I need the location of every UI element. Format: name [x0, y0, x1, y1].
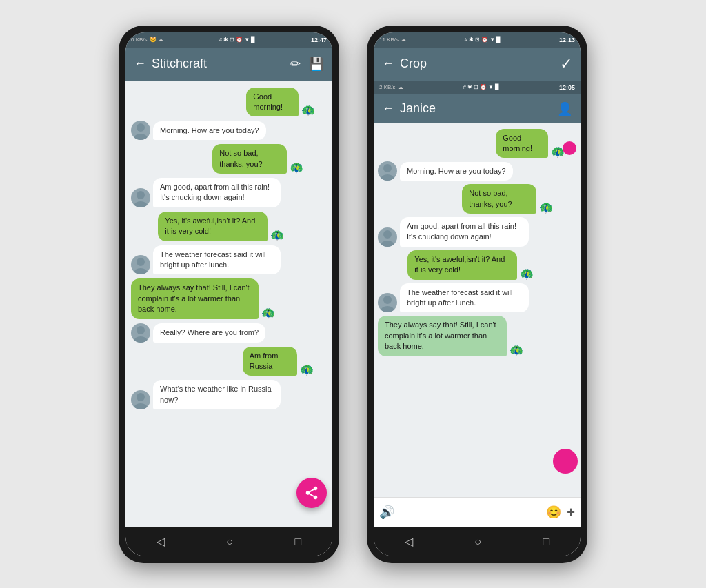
bubble: Not so bad, thanks, you? — [212, 144, 287, 174]
svg-point-5 — [134, 268, 148, 274]
recents-nav-1[interactable]: □ — [295, 536, 302, 548]
input-bar: 🔊 😊 + — [374, 497, 581, 527]
edit-button-1[interactable]: ✏ — [290, 57, 301, 72]
inner-contact-icon[interactable]: 👤 — [557, 101, 572, 116]
back-button-crop[interactable]: ← — [382, 57, 394, 71]
home-nav-2[interactable]: ○ — [474, 536, 481, 548]
back-button-1[interactable]: ← — [134, 57, 146, 71]
save-button-1[interactable]: 💾 — [309, 57, 324, 72]
crop-indicator-bottom — [553, 449, 578, 474]
svg-line-13 — [310, 494, 314, 496]
inner-app-title: Janice — [400, 101, 557, 116]
emoji-icon[interactable]: 😊 — [546, 505, 561, 520]
svg-point-0 — [137, 123, 145, 132]
bubble-selected: They always say that! Still, I can't com… — [378, 316, 507, 356]
bubble: Am good, apart from all this rain! It's … — [153, 178, 281, 207]
chat-area-1: Good morning! 🦚 Morning. How are you tod… — [125, 81, 332, 527]
msg-row: The weather forecast said it will bright… — [131, 245, 327, 275]
phone-2-screen: 11 KB/s ☁ # ✱ ⊡ ⏰ ▼ ▉ 12:13 ← Crop — [374, 32, 581, 556]
avatar — [131, 255, 150, 274]
voice-icon[interactable]: 🔊 — [379, 505, 394, 520]
svg-point-7 — [134, 336, 148, 343]
status-icons-center-2: # ✱ ⊡ ⏰ ▼ ▉ — [465, 37, 501, 43]
bubble: The weather forecast said it will bright… — [400, 283, 529, 313]
svg-line-14 — [310, 489, 314, 491]
phone-1-screen: 0 KB/s 🐱 ☁ # ✱ ⊡ ⏰ ▼ ▉ 12:47 ← Stitch — [125, 32, 332, 556]
svg-point-15 — [383, 164, 392, 172]
svg-point-17 — [383, 230, 392, 239]
bubble: Really? Where are you from? — [153, 323, 265, 342]
msg-row: Yes, it's aweful,isn't it? And it is ver… — [131, 212, 327, 241]
avatar — [131, 323, 150, 343]
phone-1: 0 KB/s 🐱 ☁ # ✱ ⊡ ⏰ ▼ ▉ 12:47 ← Stitch — [119, 26, 339, 563]
bubble: The weather forecast said it will bright… — [153, 245, 281, 275]
bubble: Am from Russia — [243, 347, 297, 376]
scene: 0 KB/s 🐱 ☁ # ✱ ⊡ ⏰ ▼ ▉ 12:47 ← Stitch — [0, 0, 706, 588]
avatar — [131, 390, 150, 409]
svg-point-11 — [306, 491, 310, 495]
home-nav-1[interactable]: ○ — [226, 536, 233, 548]
status-bar-2: 11 KB/s ☁ # ✱ ⊡ ⏰ ▼ ▉ 12:13 — [374, 32, 581, 48]
check-button-crop[interactable]: ✓ — [560, 55, 572, 73]
status-left-1: 0 KB/s 🐱 ☁ — [131, 37, 163, 43]
bubble: Am good, apart from all this rain! It's … — [400, 217, 529, 247]
app-title-1: Stitchcraft — [152, 57, 290, 71]
share-fab[interactable] — [296, 478, 327, 508]
emoji: 🦚 — [261, 308, 275, 319]
app-bar-actions-crop: ✓ — [560, 55, 572, 73]
bubble: Morning. How are you today? — [153, 121, 266, 140]
avatar — [131, 121, 150, 140]
back-nav-2[interactable]: ◁ — [405, 535, 413, 548]
svg-point-4 — [137, 258, 145, 266]
svg-point-19 — [383, 296, 392, 304]
emoji: 🦚 — [510, 345, 523, 356]
status-time-2: 12:13 — [559, 37, 575, 43]
msg-row: Not so bad, thanks, you? 🦚 — [378, 184, 576, 214]
recents-nav-2[interactable]: □ — [543, 536, 550, 548]
status-time-1: 12:47 — [311, 37, 327, 43]
bubble: What's the weather like in Russia now? — [153, 380, 281, 409]
msg-row: Morning. How are you today? — [378, 161, 576, 181]
avatar — [131, 188, 150, 207]
emoji: 🦚 — [539, 203, 553, 214]
app-title-crop: Crop — [400, 57, 560, 71]
emoji: 🦚 — [301, 105, 315, 116]
msg-row: Not so bad, thanks, you? 🦚 — [131, 144, 327, 174]
bubble: Not so bad, thanks, you? — [462, 184, 536, 214]
bubble: Good morning! — [246, 88, 299, 117]
msg-row: What's the weather like in Russia now? — [131, 380, 327, 409]
app-bar-1: ← Stitchcraft ✏ 💾 — [125, 48, 332, 81]
kb-indicator: 0 KB/s — [131, 37, 148, 43]
emoji: 🦚 — [270, 230, 284, 241]
msg-row: They always say that! Still, I can't com… — [378, 316, 576, 356]
inner-back-button[interactable]: ← — [382, 101, 394, 116]
svg-point-8 — [137, 393, 145, 401]
svg-point-20 — [381, 306, 394, 312]
bubble: Yes, it's aweful,isn't it? And it is ver… — [158, 212, 268, 241]
svg-point-9 — [134, 403, 148, 409]
msg-row: Am good, apart from all this rain! It's … — [378, 217, 576, 247]
phone-2: 11 KB/s ☁ # ✱ ⊡ ⏰ ▼ ▉ 12:13 ← Crop — [367, 26, 587, 563]
back-nav-1[interactable]: ◁ — [157, 535, 165, 548]
msg-row: Good morning! 🦚 — [131, 88, 327, 117]
msg-row: Good morning! 🦚 — [378, 129, 576, 159]
nav-bar-2: ◁ ○ □ — [374, 527, 581, 556]
status-icons-center: # ✱ ⊡ ⏰ ▼ ▉ — [219, 37, 255, 43]
emoji: 🦚 — [290, 163, 303, 174]
msg-row: Am good, apart from all this rain! It's … — [131, 178, 327, 207]
inner-status-bar: 2 KB/s ☁ # ✱ ⊡ ⏰ ▼ ▉ 12:05 — [374, 81, 581, 94]
msg-row: They always say that! Still, I can't com… — [131, 278, 327, 318]
svg-point-10 — [314, 486, 318, 490]
bubble: Yes, it's aweful,isn't it? And it is ver… — [407, 250, 517, 280]
app-bar-crop: ← Crop ✓ — [374, 48, 581, 81]
inner-app-bar-janice: ← Janice 👤 — [374, 94, 581, 123]
add-icon[interactable]: + — [567, 505, 575, 520]
nav-bar-1: ◁ ○ □ — [125, 527, 332, 556]
status-left-2: 11 KB/s ☁ — [379, 37, 406, 43]
avatar — [378, 293, 397, 312]
emoji: 🦚 — [520, 269, 534, 280]
bubble: Morning. How are you today? — [400, 162, 513, 181]
svg-point-1 — [134, 134, 148, 140]
bubble: Good morning! — [496, 129, 548, 159]
app-bar-actions-1: ✏ 💾 — [290, 57, 324, 72]
